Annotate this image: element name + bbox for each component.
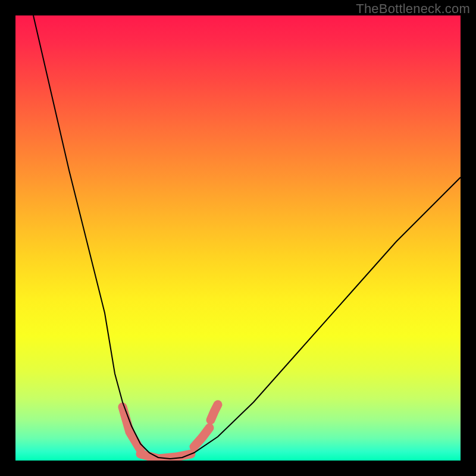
watermark-text: TheBottleneck.com [356, 1, 470, 17]
highlight-segment-2 [140, 454, 191, 459]
highlight-segment-1 [123, 407, 140, 450]
chart-plot-area [15, 15, 461, 461]
chart-svg [15, 15, 461, 461]
highlight-segment-4 [211, 405, 218, 420]
curve-line [33, 15, 461, 459]
highlight-segment-3 [194, 428, 209, 447]
